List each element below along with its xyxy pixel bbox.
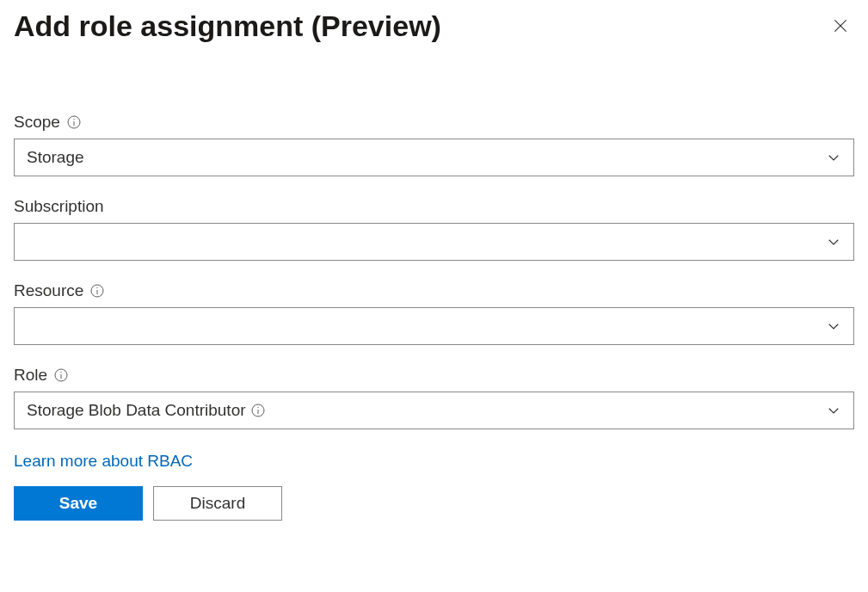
field-resource-label: Resource [14,281,83,300]
learn-more-link[interactable]: Learn more about RBAC [14,452,193,471]
discard-button[interactable]: Discard [153,486,282,521]
info-icon[interactable] [90,284,104,298]
svg-point-4 [73,119,74,120]
info-icon[interactable] [54,368,68,382]
info-icon[interactable] [67,115,81,129]
svg-point-7 [97,287,98,288]
role-dropdown-value: Storage Blob Data Contributor [27,401,246,420]
field-role-label: Role [14,366,47,385]
resource-dropdown[interactable] [14,307,854,345]
subscription-dropdown[interactable] [14,223,854,261]
info-icon[interactable] [251,404,265,417]
chevron-down-icon [826,150,841,165]
field-subscription: Subscription [14,197,854,261]
role-dropdown[interactable]: Storage Blob Data Contributor [14,392,854,429]
chevron-down-icon [826,318,841,334]
field-resource-label-row: Resource [14,281,854,300]
field-scope-label-row: Scope [14,113,854,132]
close-button[interactable] [827,12,854,40]
footer-buttons: Save Discard [14,486,854,521]
save-button[interactable]: Save [14,486,143,521]
panel-title: Add role assignment (Preview) [14,9,441,44]
field-scope-label: Scope [14,113,60,132]
field-resource: Resource [14,281,854,345]
field-scope: Scope Storage [14,113,854,176]
field-subscription-label: Subscription [14,197,104,216]
scope-dropdown-value: Storage [27,148,84,167]
svg-point-13 [257,407,258,408]
svg-point-10 [60,372,61,373]
close-icon [832,17,849,34]
panel-header: Add role assignment (Preview) [14,9,854,44]
field-role-label-row: Role [14,366,854,385]
field-subscription-label-row: Subscription [14,197,854,216]
field-role: Role Storage Blob Data Contributor [14,366,854,429]
chevron-down-icon [826,403,841,418]
chevron-down-icon [826,234,841,250]
scope-dropdown[interactable]: Storage [14,139,854,176]
add-role-assignment-panel: Add role assignment (Preview) Scope Stor… [0,0,868,592]
